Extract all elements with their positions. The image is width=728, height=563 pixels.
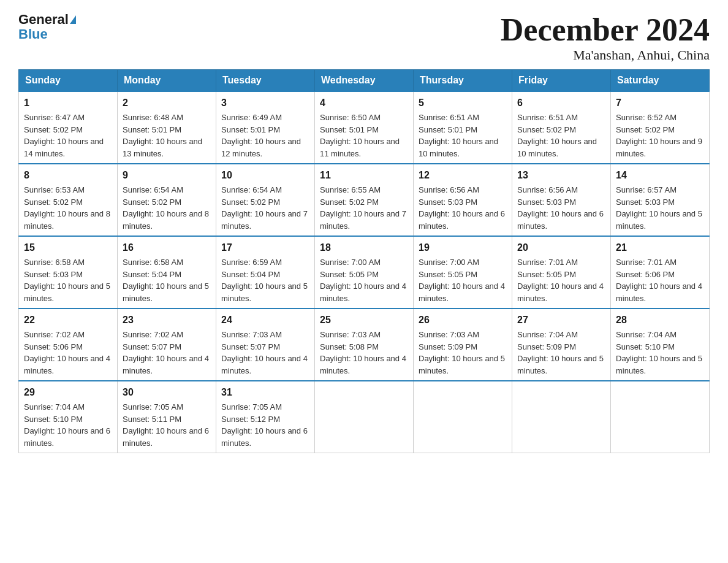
sunset-label: Sunset: 5:01 PM <box>221 125 280 134</box>
calendar-day-6: 6Sunrise: 6:51 AMSunset: 5:02 PMDaylight… <box>512 91 611 164</box>
calendar-day-29: 29Sunrise: 7:04 AMSunset: 5:10 PMDayligh… <box>19 381 118 453</box>
daylight-label: Daylight: 10 hours and 4 minutes. <box>320 282 406 303</box>
calendar-day-1: 1Sunrise: 6:47 AMSunset: 5:02 PMDaylight… <box>19 91 118 164</box>
daylight-label: Daylight: 10 hours and 12 minutes. <box>221 137 301 158</box>
sunset-label: Sunset: 5:09 PM <box>517 342 576 351</box>
sunrise-label: Sunrise: 7:05 AM <box>221 402 282 412</box>
sunrise-label: Sunrise: 7:03 AM <box>221 330 282 339</box>
day-number: 20 <box>517 240 605 255</box>
daylight-label: Daylight: 10 hours and 5 minutes. <box>221 282 308 303</box>
day-number: 29 <box>24 385 112 400</box>
day-number: 12 <box>419 168 507 183</box>
day-number: 11 <box>320 168 408 183</box>
day-header-friday: Friday <box>512 70 611 92</box>
calendar-subtitle: Ma'anshan, Anhui, China <box>501 47 710 63</box>
sunrise-label: Sunrise: 6:58 AM <box>123 258 183 267</box>
sunset-label: Sunset: 5:02 PM <box>320 197 379 207</box>
day-number: 8 <box>24 168 112 183</box>
empty-cell <box>512 381 611 453</box>
sunset-label: Sunset: 5:04 PM <box>123 270 181 279</box>
day-number: 4 <box>320 96 408 110</box>
sunrise-label: Sunrise: 7:03 AM <box>419 330 479 339</box>
day-number: 28 <box>616 313 704 327</box>
logo-general-text: General <box>18 12 69 27</box>
sunrise-label: Sunrise: 6:52 AM <box>616 113 677 122</box>
calendar-day-11: 11Sunrise: 6:55 AMSunset: 5:02 PMDayligh… <box>315 164 414 236</box>
sunset-label: Sunset: 5:02 PM <box>616 125 675 134</box>
sunset-label: Sunset: 5:02 PM <box>24 125 83 134</box>
sunrise-label: Sunrise: 7:00 AM <box>320 258 381 267</box>
day-number: 14 <box>616 168 704 183</box>
day-number: 7 <box>616 96 704 110</box>
day-number: 21 <box>616 240 704 255</box>
logo: General Blue <box>18 12 76 42</box>
calendar-day-4: 4Sunrise: 6:50 AMSunset: 5:01 PMDaylight… <box>315 91 414 164</box>
sunrise-label: Sunrise: 7:04 AM <box>616 330 677 339</box>
sunrise-label: Sunrise: 7:04 AM <box>24 402 85 412</box>
calendar-day-21: 21Sunrise: 7:01 AMSunset: 5:06 PMDayligh… <box>611 236 710 308</box>
calendar-day-19: 19Sunrise: 7:00 AMSunset: 5:05 PMDayligh… <box>414 236 512 308</box>
day-number: 17 <box>221 240 309 255</box>
sunset-label: Sunset: 5:11 PM <box>123 415 181 424</box>
calendar-day-20: 20Sunrise: 7:01 AMSunset: 5:05 PMDayligh… <box>512 236 611 308</box>
sunrise-label: Sunrise: 6:54 AM <box>221 185 282 194</box>
daylight-label: Daylight: 10 hours and 4 minutes. <box>517 282 604 303</box>
logo-blue-text: Blue <box>18 27 76 42</box>
sunrise-label: Sunrise: 7:05 AM <box>123 402 183 412</box>
sunrise-label: Sunrise: 6:55 AM <box>320 185 381 194</box>
calendar-day-5: 5Sunrise: 6:51 AMSunset: 5:01 PMDaylight… <box>414 91 512 164</box>
daylight-label: Daylight: 10 hours and 6 minutes. <box>24 426 110 448</box>
daylight-label: Daylight: 10 hours and 5 minutes. <box>24 282 110 303</box>
daylight-label: Daylight: 10 hours and 4 minutes. <box>24 354 110 375</box>
sunset-label: Sunset: 5:05 PM <box>517 270 576 279</box>
calendar-title: December 2024 <box>501 12 710 47</box>
calendar-day-31: 31Sunrise: 7:05 AMSunset: 5:12 PMDayligh… <box>216 381 315 453</box>
sunrise-label: Sunrise: 7:00 AM <box>419 258 479 267</box>
calendar-day-30: 30Sunrise: 7:05 AMSunset: 5:11 PMDayligh… <box>118 381 216 453</box>
calendar-day-23: 23Sunrise: 7:02 AMSunset: 5:07 PMDayligh… <box>118 308 216 381</box>
sunrise-label: Sunrise: 6:56 AM <box>517 185 578 194</box>
daylight-label: Daylight: 10 hours and 8 minutes. <box>123 209 209 231</box>
calendar-day-9: 9Sunrise: 6:54 AMSunset: 5:02 PMDaylight… <box>118 164 216 236</box>
sunset-label: Sunset: 5:02 PM <box>221 197 280 207</box>
sunset-label: Sunset: 5:01 PM <box>320 125 379 134</box>
sunset-label: Sunset: 5:03 PM <box>419 197 477 207</box>
sunset-label: Sunset: 5:04 PM <box>221 270 280 279</box>
sunset-label: Sunset: 5:03 PM <box>24 270 83 279</box>
sunset-label: Sunset: 5:02 PM <box>24 197 83 207</box>
calendar-table: SundayMondayTuesdayWednesdayThursdayFrid… <box>18 69 710 453</box>
daylight-label: Daylight: 10 hours and 6 minutes. <box>419 209 505 231</box>
sunrise-label: Sunrise: 6:58 AM <box>24 258 85 267</box>
sunset-label: Sunset: 5:05 PM <box>320 270 379 279</box>
daylight-label: Daylight: 10 hours and 4 minutes. <box>616 282 702 303</box>
calendar-day-8: 8Sunrise: 6:53 AMSunset: 5:02 PMDaylight… <box>19 164 118 236</box>
day-number: 19 <box>419 240 507 255</box>
day-number: 9 <box>123 168 211 183</box>
day-number: 10 <box>221 168 309 183</box>
sunrise-label: Sunrise: 6:57 AM <box>616 185 677 194</box>
sunset-label: Sunset: 5:10 PM <box>616 342 675 351</box>
calendar-day-15: 15Sunrise: 6:58 AMSunset: 5:03 PMDayligh… <box>19 236 118 308</box>
day-number: 6 <box>517 96 605 110</box>
day-number: 23 <box>123 313 211 327</box>
daylight-label: Daylight: 10 hours and 4 minutes. <box>221 354 308 375</box>
sunrise-label: Sunrise: 6:56 AM <box>419 185 479 194</box>
sunset-label: Sunset: 5:07 PM <box>123 342 181 351</box>
sunrise-label: Sunrise: 6:53 AM <box>24 185 85 194</box>
day-header-thursday: Thursday <box>414 70 512 92</box>
calendar-day-2: 2Sunrise: 6:48 AMSunset: 5:01 PMDaylight… <box>118 91 216 164</box>
sunset-label: Sunset: 5:06 PM <box>24 342 83 351</box>
sunrise-label: Sunrise: 6:47 AM <box>24 113 85 122</box>
daylight-label: Daylight: 10 hours and 4 minutes. <box>320 354 406 375</box>
daylight-label: Daylight: 10 hours and 10 minutes. <box>419 137 498 158</box>
calendar-day-13: 13Sunrise: 6:56 AMSunset: 5:03 PMDayligh… <box>512 164 611 236</box>
calendar-day-3: 3Sunrise: 6:49 AMSunset: 5:01 PMDaylight… <box>216 91 315 164</box>
daylight-label: Daylight: 10 hours and 10 minutes. <box>517 137 597 158</box>
day-number: 15 <box>24 240 112 255</box>
calendar-day-22: 22Sunrise: 7:02 AMSunset: 5:06 PMDayligh… <box>19 308 118 381</box>
sunrise-label: Sunrise: 7:03 AM <box>320 330 381 339</box>
daylight-label: Daylight: 10 hours and 6 minutes. <box>123 426 209 448</box>
calendar-week-5: 29Sunrise: 7:04 AMSunset: 5:10 PMDayligh… <box>19 381 710 453</box>
daylight-label: Daylight: 10 hours and 9 minutes. <box>616 137 702 158</box>
calendar-day-12: 12Sunrise: 6:56 AMSunset: 5:03 PMDayligh… <box>414 164 512 236</box>
